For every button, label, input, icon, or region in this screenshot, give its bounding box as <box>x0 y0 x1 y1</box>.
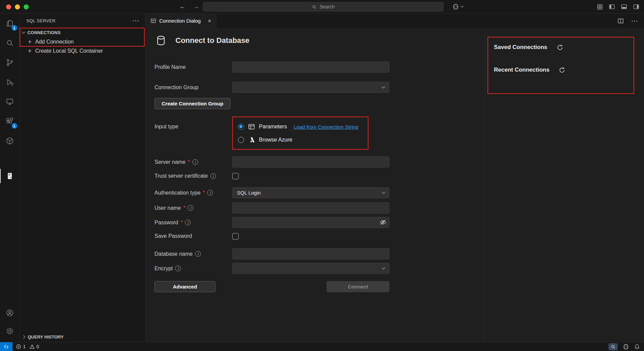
form-buttons-row: Advanced Connect <box>154 281 389 292</box>
query-history-label: QUERY HISTORY <box>28 334 64 340</box>
notifications-bell-icon[interactable] <box>634 344 640 350</box>
user-name-input[interactable] <box>232 202 389 214</box>
activity-extensions-button[interactable]: 1 <box>0 111 20 131</box>
info-icon[interactable]: i <box>195 251 201 257</box>
refresh-recent-connections-icon[interactable] <box>559 67 565 73</box>
connection-group-select[interactable] <box>232 82 389 93</box>
source-control-icon <box>5 58 14 67</box>
split-editor-icon[interactable] <box>618 18 624 24</box>
activity-bar: 1 1 <box>0 14 20 342</box>
tab-label: Connection Dialog <box>159 18 201 24</box>
connect-button[interactable]: Connect <box>327 281 389 292</box>
history-navigation: ← → <box>179 0 199 14</box>
required-marker: * <box>183 205 185 211</box>
minimize-window-button[interactable] <box>15 4 20 9</box>
search-placeholder: Search <box>319 4 334 9</box>
close-window-button[interactable] <box>6 4 11 9</box>
back-icon[interactable]: ← <box>179 3 186 10</box>
info-icon[interactable]: i <box>210 173 216 179</box>
input-type-parameters-option[interactable]: Parameters Load from Connection String <box>238 122 368 131</box>
chevron-down-icon <box>461 5 463 7</box>
authentication-type-value: SQL Login <box>237 190 261 196</box>
toggle-primary-sidebar-icon[interactable] <box>609 4 615 10</box>
editor-more-actions-icon[interactable]: ⋯ <box>631 18 638 24</box>
activity-source-control-button[interactable] <box>0 53 20 72</box>
authentication-type-label: Authentication type* i <box>154 190 232 196</box>
label-text: Profile Name <box>154 64 186 70</box>
tab-connection-dialog[interactable]: Connection Dialog × <box>146 14 216 28</box>
activity-containers-button[interactable] <box>0 131 20 151</box>
required-marker: * <box>188 159 190 165</box>
create-local-sql-container-label: Create Local SQL Container <box>35 48 103 54</box>
browse-azure-radio[interactable] <box>238 137 244 143</box>
problems-indicator[interactable]: 1 0 <box>16 344 41 349</box>
refresh-saved-connections-icon[interactable] <box>557 44 563 51</box>
save-password-label: Save Password <box>154 233 232 239</box>
maximize-window-button[interactable] <box>24 4 29 9</box>
encrypt-label: Encrypt i <box>154 266 232 272</box>
connection-group-label: Connection Group <box>154 84 232 91</box>
layout-controls <box>597 0 639 14</box>
authentication-type-row: Authentication type* i SQL Login <box>154 187 389 198</box>
toggle-secondary-sidebar-icon[interactable] <box>633 4 639 10</box>
close-tab-icon[interactable]: × <box>208 18 212 24</box>
activity-explorer-button[interactable]: 1 <box>0 14 20 33</box>
copilot-status-icon[interactable] <box>623 344 629 350</box>
toggle-password-visibility-icon[interactable] <box>380 219 386 226</box>
remote-indicator[interactable] <box>0 342 13 351</box>
required-marker: * <box>181 220 183 226</box>
info-icon[interactable]: i <box>175 266 181 271</box>
accounts-button[interactable] <box>0 304 20 322</box>
customize-layout-icon[interactable] <box>597 4 603 10</box>
label-text: Save Password <box>154 233 192 239</box>
profile-name-input[interactable] <box>232 61 389 73</box>
advanced-button[interactable]: Advanced <box>154 281 215 292</box>
load-from-connection-string-link[interactable]: Load from Connection String <box>294 124 358 130</box>
add-connection-item[interactable]: + Add Connection <box>20 37 145 46</box>
create-local-sql-container-item[interactable]: + Create Local SQL Container <box>20 46 145 55</box>
copilot-menu-button[interactable] <box>452 0 463 14</box>
info-icon[interactable]: i <box>192 159 198 165</box>
activity-search-button[interactable] <box>0 33 20 53</box>
database-name-input[interactable] <box>232 248 389 259</box>
remote-icon <box>3 344 9 350</box>
vscode-window: ← → Search 1 <box>0 0 644 351</box>
forward-icon[interactable]: → <box>193 3 199 10</box>
parameters-form-icon <box>248 123 255 130</box>
activity-run-debug-button[interactable] <box>0 72 20 92</box>
toggle-panel-icon[interactable] <box>621 4 627 10</box>
password-input[interactable] <box>232 217 389 228</box>
editor-region: Connection Dialog × ⋯ Connect to Databas… <box>146 14 644 342</box>
activity-sql-server-button[interactable] <box>0 166 20 186</box>
authentication-type-select[interactable]: SQL Login <box>232 187 389 198</box>
server-name-input[interactable] <box>232 156 389 168</box>
connection-form: Connect to Database Profile Name Connect… <box>146 28 485 342</box>
user-name-label: User name* i <box>154 205 232 211</box>
connections-section-label: CONNECTIONS <box>27 30 61 35</box>
create-connection-group-button[interactable]: Create Connection Group <box>154 98 231 109</box>
info-icon[interactable]: i <box>207 190 213 196</box>
saved-connections-title: Saved Connections <box>494 44 547 51</box>
sidebar-more-actions-icon[interactable]: ⋯ <box>133 17 139 24</box>
settings-button[interactable] <box>0 322 20 340</box>
label-text: Encrypt <box>154 266 173 272</box>
save-password-checkbox[interactable] <box>232 233 239 240</box>
label-text: User name <box>154 205 181 211</box>
info-icon[interactable]: i <box>185 220 191 225</box>
trust-server-certificate-checkbox[interactable] <box>232 173 239 179</box>
info-icon[interactable]: i <box>188 205 193 211</box>
input-type-browse-azure-option[interactable]: Browse Azure <box>238 135 368 144</box>
recent-connections-title: Recent Connections <box>494 67 549 73</box>
parameters-radio[interactable] <box>238 124 244 130</box>
error-count: 1 <box>23 344 26 349</box>
encrypt-select[interactable] <box>232 263 389 274</box>
profile-name-row: Profile Name <box>154 61 389 73</box>
command-center-search[interactable]: Search <box>203 2 444 11</box>
activity-remote-explorer-button[interactable] <box>0 92 20 111</box>
remote-explorer-icon <box>5 97 14 106</box>
connections-section-header[interactable]: CONNECTIONS <box>20 28 145 37</box>
connection-dialog-webview: Connect to Database Profile Name Connect… <box>146 28 644 342</box>
explorer-badge: 1 <box>11 25 17 31</box>
zoom-status-button[interactable] <box>609 343 618 350</box>
query-history-section-header[interactable]: QUERY HISTORY <box>20 332 145 342</box>
